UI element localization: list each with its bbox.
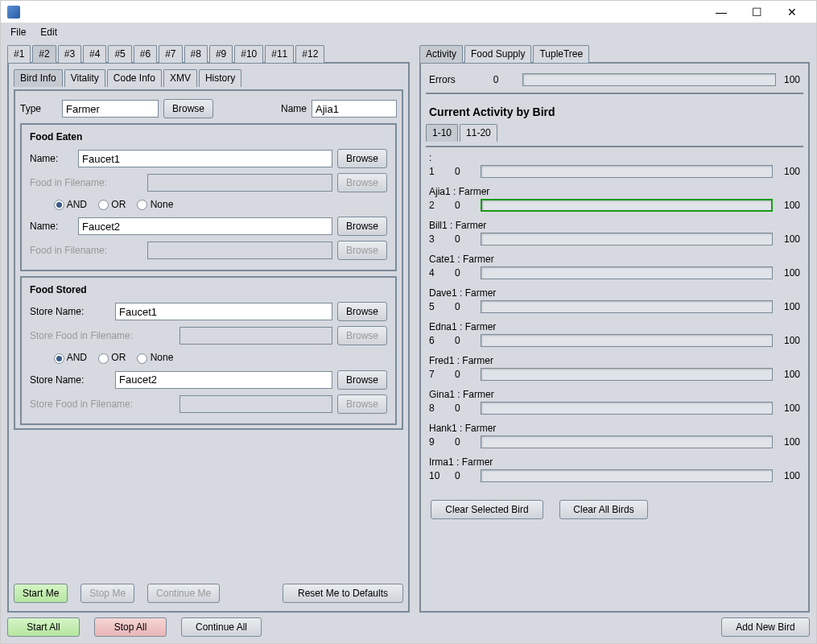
- bird-tab-4[interactable]: #5: [108, 45, 131, 63]
- continue-all-button[interactable]: Continue All: [181, 617, 262, 637]
- browse-store1-button[interactable]: Browse: [337, 302, 387, 321]
- bird-tab-0[interactable]: #1: [7, 45, 31, 63]
- range-tabs: 1-1011-20: [426, 123, 803, 141]
- start-me-button[interactable]: Start Me: [14, 584, 68, 603]
- reset-me-button[interactable]: Reset Me to Defaults: [283, 584, 403, 603]
- store-name2-input[interactable]: [115, 371, 332, 389]
- start-all-button[interactable]: Start All: [7, 617, 80, 637]
- info-tab-1[interactable]: Vitality: [64, 69, 105, 87]
- browse-type-button[interactable]: Browse: [163, 99, 213, 118]
- bird-tab-9[interactable]: #10: [234, 45, 263, 63]
- browse-store-filename2-button: Browse: [337, 394, 387, 414]
- eaten-name2-input[interactable]: [78, 217, 332, 235]
- bird-index: 10: [429, 470, 444, 481]
- bird-row: Bill1 : Farmer30100: [429, 220, 800, 246]
- food-in-filename1-input: [147, 174, 332, 192]
- bird-index: 4: [429, 267, 444, 279]
- bird-tab-5[interactable]: #6: [134, 45, 157, 63]
- browse-eaten2-button[interactable]: Browse: [337, 217, 387, 236]
- bird-progress-bar: [481, 334, 773, 347]
- errors-bar: [522, 73, 776, 86]
- browse-food-filename2-button: Browse: [337, 241, 387, 260]
- bird-tab-8[interactable]: #9: [209, 45, 233, 63]
- range-tab-1[interactable]: 11-20: [460, 124, 497, 142]
- maximize-button[interactable]: ☐: [739, 2, 774, 23]
- bird-label: Bill1 : Farmer: [429, 220, 800, 231]
- bird-max: 100: [784, 166, 800, 177]
- bird-info-panel: Type Browse Name Food Eaten Name: Browse: [14, 89, 403, 430]
- bird-tab-7[interactable]: #8: [184, 45, 208, 63]
- radio-and-stored[interactable]: [54, 353, 64, 364]
- bird-tab-6[interactable]: #7: [159, 45, 182, 63]
- bird-row: Irma1 : Farmer100100: [429, 456, 800, 482]
- activity-panel: Errors 0 100 Current Activity by Bird 1-…: [419, 62, 810, 613]
- radio-or-eaten[interactable]: [98, 200, 109, 210]
- label-food-in-filename2: Food in Filename:: [30, 245, 142, 256]
- add-new-bird-button[interactable]: Add New Bird: [721, 617, 810, 637]
- bird-max: 100: [784, 470, 800, 481]
- bird-value: 0: [455, 402, 469, 414]
- food-stored-group: Food Stored Store Name: Browse Store Foo…: [20, 276, 397, 424]
- bird-max: 100: [784, 267, 800, 279]
- bird-progress-bar: [481, 165, 773, 178]
- bird-progress-bar: [481, 199, 773, 212]
- bird-value: 0: [455, 436, 469, 448]
- food-eaten-title: Food Eaten: [30, 131, 387, 142]
- clear-selected-button[interactable]: Clear Selected Bird: [431, 500, 543, 519]
- bird-tab-2[interactable]: #3: [58, 45, 81, 63]
- radio-or-stored[interactable]: [98, 353, 109, 364]
- bird-label: Edna1 : Farmer: [429, 321, 800, 332]
- bird-tab-3[interactable]: #4: [83, 45, 106, 63]
- stored-logic-radio: AND OR None: [30, 352, 387, 363]
- stop-all-button[interactable]: Stop All: [94, 617, 167, 637]
- minimize-button[interactable]: —: [704, 2, 739, 23]
- close-button[interactable]: ✕: [774, 2, 810, 23]
- right-tab-0[interactable]: Activity: [419, 45, 463, 63]
- bird-row: Dave1 : Farmer50100: [429, 287, 800, 313]
- browse-eaten1-button[interactable]: Browse: [337, 149, 387, 168]
- bird-row: Cate1 : Farmer40100: [429, 254, 800, 279]
- menu-edit[interactable]: Edit: [37, 25, 60, 39]
- info-tab-2[interactable]: Code Info: [107, 69, 162, 87]
- browse-food-filename1-button: Browse: [337, 173, 387, 192]
- browse-store-filename1-button: Browse: [337, 326, 387, 345]
- info-tab-0[interactable]: Bird Info: [14, 69, 63, 87]
- info-tab-4[interactable]: History: [199, 69, 241, 87]
- store-name1-input[interactable]: [115, 303, 332, 320]
- name-input[interactable]: [312, 100, 397, 118]
- clear-all-button[interactable]: Clear All Birds: [559, 500, 648, 519]
- bird-progress-bar: [481, 266, 773, 279]
- radio-none-eaten[interactable]: [137, 200, 147, 210]
- type-input[interactable]: [62, 100, 159, 118]
- bird-tabs: #1#2#3#4#5#6#7#8#9#10#11#12: [7, 44, 410, 62]
- bird-label: Irma1 : Farmer: [429, 456, 800, 468]
- bird-tab-10[interactable]: #11: [265, 45, 294, 63]
- eaten-name1-input[interactable]: [78, 150, 332, 167]
- errors-max: 100: [784, 74, 800, 85]
- info-tab-3[interactable]: XMV: [163, 69, 197, 87]
- bird-value: 0: [455, 200, 469, 211]
- bird-tab-11[interactable]: #12: [295, 45, 324, 63]
- label-store-name1: Store Name:: [30, 306, 110, 317]
- bird-label: Fred1 : Farmer: [429, 355, 800, 366]
- label-errors: Errors: [429, 74, 469, 85]
- right-tab-1[interactable]: Food Supply: [464, 45, 531, 63]
- right-column: ActivityFood SupplyTupleTree Errors 0 10…: [419, 44, 810, 613]
- bird-row: Edna1 : Farmer60100: [429, 321, 800, 347]
- bird-action-row: Start Me Stop Me Continue Me Reset Me to…: [14, 577, 403, 606]
- radio-and-eaten[interactable]: [54, 200, 64, 210]
- right-tab-2[interactable]: TupleTree: [533, 45, 589, 63]
- menu-file[interactable]: File: [7, 25, 29, 39]
- bird-value: 0: [455, 233, 469, 245]
- bird-row: Hank1 : Farmer90100: [429, 423, 800, 448]
- bird-label: Ajia1 : Farmer: [429, 186, 800, 197]
- bird-value: 0: [455, 301, 469, 312]
- bird-max: 100: [784, 436, 800, 448]
- range-tab-0[interactable]: 1-10: [426, 124, 458, 142]
- bird-label: Gina1 : Farmer: [429, 389, 800, 400]
- radio-none-stored[interactable]: [137, 353, 147, 364]
- eaten-logic-radio: AND OR None: [30, 199, 387, 210]
- browse-store2-button[interactable]: Browse: [337, 370, 387, 390]
- bird-max: 100: [784, 402, 800, 414]
- bird-tab-1[interactable]: #2: [32, 45, 56, 63]
